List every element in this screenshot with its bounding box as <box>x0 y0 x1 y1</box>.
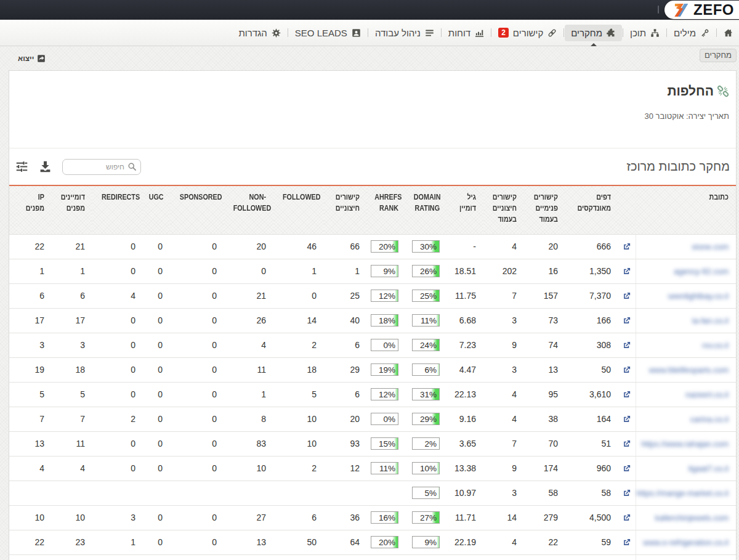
column-header-followed[interactable]: FOLLOWED <box>273 186 324 234</box>
cell-referring_ips: 17 <box>17 308 52 333</box>
blurred-url-link[interactable]: carina.co.il <box>690 415 729 424</box>
cell-cutoff <box>9 382 17 407</box>
cell-redirects: 0 <box>92 456 143 481</box>
external-link-icon[interactable] <box>622 464 631 473</box>
cell-ahrefs_rank: 0% <box>367 333 406 357</box>
cell-referring_ips: 22 <box>17 234 52 259</box>
cell-ahrefs_rank: 15% <box>367 431 406 456</box>
ahrefs_rank-badge: 9% <box>371 265 398 277</box>
cell-sponsored: 0 <box>170 505 224 530</box>
search-icon <box>127 162 137 171</box>
cell-followed: 10 <box>273 431 324 456</box>
column-header-internal_links_on_page[interactable]: קישוריםפנימייםבעמוד <box>524 186 565 234</box>
external-link-icon[interactable] <box>622 341 631 350</box>
export-button[interactable]: ייצוא <box>18 54 46 63</box>
column-header-external_links[interactable]: קישוריםחיצוניים <box>324 186 367 234</box>
blurred-url-link[interactable]: seenlightbay.co.il <box>668 291 729 301</box>
column-header-referring_ips[interactable]: IPמפנים <box>17 186 52 234</box>
blurred-url-link[interactable]: www.fdelifesparts.com <box>649 365 729 375</box>
cell-followed: 14 <box>273 308 324 333</box>
nav-item-home[interactable] <box>717 25 739 41</box>
cell-cutoff <box>9 505 17 530</box>
blurred-url-link[interactable]: https://www.rahajan.com <box>641 439 729 448</box>
column-header-non_followed[interactable]: NON-FOLLOWED <box>224 186 273 234</box>
cell-referring_domains <box>52 481 92 505</box>
domain_rating-badge: 24% <box>412 339 440 351</box>
nav-item-work-management[interactable]: ניהול עבודה <box>369 25 440 41</box>
external-link-icon[interactable] <box>622 316 631 325</box>
cell-referring_domains: 5 <box>52 382 92 407</box>
table-row: carina.co.il1643849.1629%0%2010800277 <box>9 407 736 431</box>
nav-item-reports[interactable]: דוחות <box>442 25 490 41</box>
cell-referring_ips <box>17 481 52 505</box>
cell-non_followed: 8 <box>224 407 273 431</box>
blurred-url-link[interactable]: kallerchinjewels.com <box>655 513 729 522</box>
cell-domain_rating: 29% <box>406 407 447 431</box>
column-header-redirects[interactable]: REDIRECTS <box>92 186 143 234</box>
cell-domain_rating: 9% <box>406 530 447 554</box>
domain_rating-badge: 27% <box>412 511 440 524</box>
table-row: www.fdelifesparts.com501334.476%19%29181… <box>9 357 736 382</box>
column-header-indexed_pages[interactable]: דפיםמאונדקסים <box>565 186 618 234</box>
column-header-ugc[interactable]: UGC <box>143 186 170 234</box>
nav-item-content[interactable]: תוכן <box>624 25 666 41</box>
blurred-url-link[interactable]: www.o-refrigeration.co.il <box>643 538 729 547</box>
cell-external_links_on_page: 4 <box>483 382 524 407</box>
nav-item-words[interactable]: מילים <box>668 25 716 41</box>
table-row: agency-92.com1,3501620218.5126%9%1100001… <box>9 259 736 283</box>
cell-domain_age: 13.38 <box>447 456 483 481</box>
nav-item-label: מילים <box>674 28 696 38</box>
blurred-url-link[interactable]: la-fan.co.il <box>692 316 729 325</box>
cell-external_links_on_page: 202 <box>483 259 524 283</box>
cell-redirects: 0 <box>92 259 143 283</box>
external-link-icon[interactable] <box>622 291 631 301</box>
column-header-ahrefs_rank[interactable]: AHREFSRANK <box>367 186 406 234</box>
key-icon <box>700 28 709 38</box>
blurred-url-link[interactable]: https://mange-market.co.il <box>636 489 729 498</box>
blurred-url-link[interactable]: stone.com <box>692 242 729 251</box>
cell-external_links: 6 <box>324 382 367 407</box>
cell-url: kallerchinjewels.com <box>636 505 736 530</box>
column-header-domain_age[interactable]: גילדומיין <box>447 186 483 234</box>
table-row: la-fan.co.il1667336.6811%18%401426000171… <box>9 308 736 333</box>
column-header-sponsored[interactable]: SPONSORED <box>170 186 224 234</box>
external-link-icon[interactable] <box>622 390 631 399</box>
nav-item-label: הגדרות <box>238 28 267 38</box>
nav-item-links[interactable]: קישורים 2 <box>492 24 563 41</box>
external-link-icon[interactable] <box>622 242 631 251</box>
cell-open-link <box>618 431 636 456</box>
blurred-url-link[interactable]: ligaat7.co.il <box>689 464 729 473</box>
external-link-icon[interactable] <box>622 365 631 375</box>
filter-button[interactable] <box>15 160 28 173</box>
panel-header: החלפות תאריך יצירה: אוקטובר 30 <box>9 71 736 148</box>
external-link-icon[interactable] <box>622 489 631 498</box>
blurred-url-link[interactable]: agency-92.com <box>674 267 729 276</box>
search-box <box>62 159 141 175</box>
column-header-url[interactable]: כתובת <box>636 186 736 234</box>
external-link-icon[interactable] <box>622 267 631 276</box>
cell-redirects: 3 <box>92 505 143 530</box>
column-header-referring_domains[interactable]: דומייניםמפנים <box>52 186 92 234</box>
brand-logo[interactable]: ZEFO <box>664 1 739 19</box>
external-link-icon[interactable] <box>622 415 631 424</box>
column-header-external_links_on_page[interactable]: קישוריםחיצונייםבעמוד <box>483 186 524 234</box>
cell-redirects: 1 <box>92 530 143 554</box>
cell-cutoff <box>9 234 17 259</box>
external-link-icon[interactable] <box>622 538 631 547</box>
cell-indexed_pages: 4,500 <box>565 505 618 530</box>
breadcrumb[interactable]: מחקרים <box>700 49 737 62</box>
column-header-domain_rating[interactable]: DOMAINRATING <box>406 186 447 234</box>
ahrefs_rank-badge: 12% <box>371 388 398 400</box>
blurred-url-link[interactable]: rxv.co.il <box>702 341 729 350</box>
nav-item-seo-leads[interactable]: SEO LEADS <box>289 25 367 41</box>
blurred-url-link[interactable]: nazeert.co.il <box>685 390 729 399</box>
download-button[interactable] <box>39 160 52 173</box>
table-row: https://www.rahajan.com517073.652%15%931… <box>9 431 736 456</box>
cell-ugc: 0 <box>143 308 170 333</box>
cell-internal_links_on_page: 95 <box>524 382 565 407</box>
nav-item-research[interactable]: מחקרים <box>565 25 622 41</box>
main-panel: החלפות תאריך יצירה: אוקטובר 30 מחקר כתוב… <box>9 70 737 560</box>
external-link-icon[interactable] <box>622 513 631 522</box>
nav-item-settings[interactable]: הגדרות <box>232 25 286 41</box>
external-link-icon[interactable] <box>622 439 631 448</box>
